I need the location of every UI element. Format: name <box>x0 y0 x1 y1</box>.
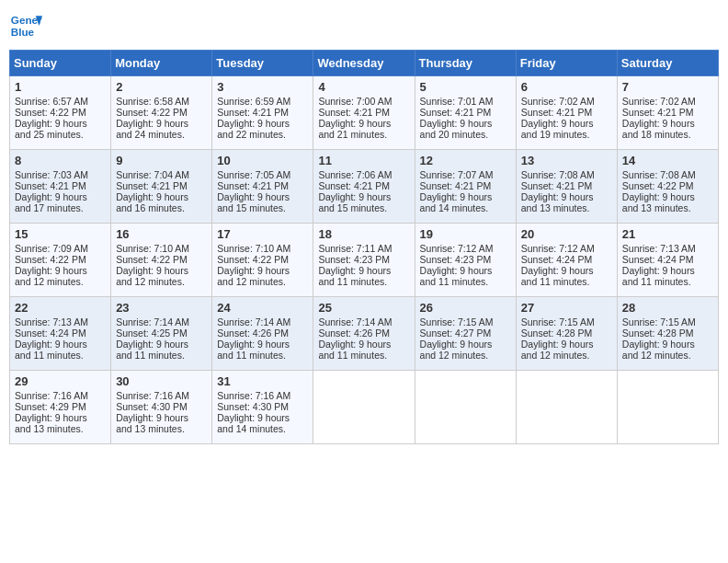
sunset-label: Sunset: 4:22 PM <box>217 254 289 265</box>
sunrise-label: Sunrise: 7:04 AM <box>116 169 189 180</box>
sunset-label: Sunset: 4:21 PM <box>116 180 188 191</box>
daylight-label: Daylight: 9 hours and 12 minutes. <box>420 339 493 361</box>
daylight-label: Daylight: 9 hours and 16 minutes. <box>116 191 188 213</box>
sunset-label: Sunset: 4:24 PM <box>15 327 86 339</box>
daylight-label: Daylight: 9 hours and 12 minutes. <box>116 265 188 287</box>
day-number: 29 <box>15 374 106 388</box>
sunrise-label: Sunrise: 7:16 AM <box>116 390 189 401</box>
sunset-label: Sunset: 4:21 PM <box>217 180 289 191</box>
sunrise-label: Sunrise: 7:15 AM <box>521 316 595 327</box>
sunrise-label: Sunrise: 7:01 AM <box>420 96 494 107</box>
day-number: 14 <box>622 154 713 167</box>
sunset-label: Sunset: 4:21 PM <box>217 107 289 118</box>
calendar-cell <box>617 371 718 444</box>
day-header-friday: Friday <box>516 51 617 76</box>
calendar-cell: 21 Sunrise: 7:13 AM Sunset: 4:24 PM Dayl… <box>617 224 718 297</box>
sunrise-label: Sunrise: 7:00 AM <box>318 96 392 107</box>
day-number: 6 <box>521 80 612 94</box>
calendar-cell: 20 Sunrise: 7:12 AM Sunset: 4:24 PM Dayl… <box>516 224 617 297</box>
sunset-label: Sunset: 4:28 PM <box>622 327 694 339</box>
daylight-label: Daylight: 9 hours and 13 minutes. <box>15 412 87 434</box>
sunrise-label: Sunrise: 7:06 AM <box>318 169 392 180</box>
sunrise-label: Sunrise: 7:16 AM <box>15 390 88 401</box>
calendar-week-row: 22 Sunrise: 7:13 AM Sunset: 4:24 PM Dayl… <box>10 297 719 371</box>
sunrise-label: Sunrise: 7:14 AM <box>116 316 189 327</box>
calendar-cell: 26 Sunrise: 7:15 AM Sunset: 4:27 PM Dayl… <box>415 297 516 371</box>
sunrise-label: Sunrise: 7:08 AM <box>622 169 696 180</box>
sunrise-label: Sunrise: 6:57 AM <box>15 96 88 107</box>
sunset-label: Sunset: 4:22 PM <box>15 254 86 265</box>
calendar-cell: 6 Sunrise: 7:02 AM Sunset: 4:21 PM Dayli… <box>516 76 617 150</box>
day-number: 27 <box>521 301 612 315</box>
sunrise-label: Sunrise: 7:02 AM <box>521 96 595 107</box>
daylight-label: Daylight: 9 hours and 12 minutes. <box>217 265 290 287</box>
calendar-cell: 9 Sunrise: 7:04 AM Sunset: 4:21 PM Dayli… <box>111 150 212 224</box>
calendar-cell: 8 Sunrise: 7:03 AM Sunset: 4:21 PM Dayli… <box>10 150 111 224</box>
calendar-cell: 18 Sunrise: 7:11 AM Sunset: 4:23 PM Dayl… <box>313 224 415 297</box>
sunrise-label: Sunrise: 7:10 AM <box>116 243 189 254</box>
sunset-label: Sunset: 4:22 PM <box>15 107 86 118</box>
calendar-cell: 31 Sunrise: 7:16 AM Sunset: 4:30 PM Dayl… <box>212 371 313 444</box>
daylight-label: Daylight: 9 hours and 19 minutes. <box>521 118 594 140</box>
daylight-label: Daylight: 9 hours and 11 minutes. <box>217 339 290 361</box>
sunset-label: Sunset: 4:26 PM <box>318 327 390 339</box>
sunrise-label: Sunrise: 7:16 AM <box>217 390 290 401</box>
day-number: 10 <box>217 154 308 167</box>
sunrise-label: Sunrise: 7:13 AM <box>15 316 88 327</box>
sunrise-label: Sunrise: 6:59 AM <box>217 96 290 107</box>
day-number: 5 <box>420 80 511 94</box>
day-header-tuesday: Tuesday <box>212 51 313 76</box>
sunrise-label: Sunrise: 7:12 AM <box>420 243 494 254</box>
daylight-label: Daylight: 9 hours and 11 minutes. <box>521 265 594 287</box>
sunset-label: Sunset: 4:22 PM <box>116 107 188 118</box>
logo-icon: General Blue <box>9 9 42 42</box>
calendar-cell <box>313 371 415 444</box>
day-number: 17 <box>217 227 308 241</box>
day-number: 18 <box>318 227 409 241</box>
daylight-label: Daylight: 9 hours and 22 minutes. <box>217 118 290 140</box>
day-header-thursday: Thursday <box>415 51 516 76</box>
calendar-cell: 28 Sunrise: 7:15 AM Sunset: 4:28 PM Dayl… <box>617 297 718 371</box>
calendar-cell <box>516 371 617 444</box>
day-number: 25 <box>318 301 409 315</box>
calendar-cell: 13 Sunrise: 7:08 AM Sunset: 4:21 PM Dayl… <box>516 150 617 224</box>
sunrise-label: Sunrise: 7:13 AM <box>622 243 696 254</box>
sunrise-label: Sunrise: 7:07 AM <box>420 169 494 180</box>
calendar-cell: 24 Sunrise: 7:14 AM Sunset: 4:26 PM Dayl… <box>212 297 313 371</box>
sunset-label: Sunset: 4:21 PM <box>622 107 694 118</box>
day-number: 20 <box>521 227 612 241</box>
daylight-label: Daylight: 9 hours and 15 minutes. <box>318 191 391 213</box>
day-number: 12 <box>420 154 511 167</box>
day-number: 31 <box>217 374 308 388</box>
calendar-week-row: 29 Sunrise: 7:16 AM Sunset: 4:29 PM Dayl… <box>10 371 719 444</box>
logo: General Blue <box>9 9 42 42</box>
day-number: 7 <box>622 80 713 94</box>
sunset-label: Sunset: 4:24 PM <box>622 254 694 265</box>
daylight-label: Daylight: 9 hours and 11 minutes. <box>116 339 188 361</box>
day-number: 3 <box>217 80 308 94</box>
calendar-week-row: 8 Sunrise: 7:03 AM Sunset: 4:21 PM Dayli… <box>10 150 719 224</box>
day-number: 23 <box>116 301 207 315</box>
daylight-label: Daylight: 9 hours and 11 minutes. <box>420 265 493 287</box>
sunrise-label: Sunrise: 7:08 AM <box>521 169 595 180</box>
day-number: 15 <box>15 227 106 241</box>
daylight-label: Daylight: 9 hours and 21 minutes. <box>318 118 391 140</box>
calendar-week-row: 1 Sunrise: 6:57 AM Sunset: 4:22 PM Dayli… <box>10 76 719 150</box>
calendar-cell: 1 Sunrise: 6:57 AM Sunset: 4:22 PM Dayli… <box>10 76 111 150</box>
daylight-label: Daylight: 9 hours and 13 minutes. <box>116 412 188 434</box>
daylight-label: Daylight: 9 hours and 13 minutes. <box>622 191 695 213</box>
day-number: 1 <box>15 80 106 94</box>
sunset-label: Sunset: 4:23 PM <box>318 254 390 265</box>
daylight-label: Daylight: 9 hours and 12 minutes. <box>521 339 594 361</box>
daylight-label: Daylight: 9 hours and 24 minutes. <box>116 118 188 140</box>
sunrise-label: Sunrise: 7:05 AM <box>217 169 290 180</box>
sunset-label: Sunset: 4:30 PM <box>116 401 188 412</box>
calendar-table: SundayMondayTuesdayWednesdayThursdayFrid… <box>9 50 719 444</box>
sunset-label: Sunset: 4:21 PM <box>521 180 593 191</box>
sunset-label: Sunset: 4:26 PM <box>217 327 289 339</box>
daylight-label: Daylight: 9 hours and 18 minutes. <box>622 118 695 140</box>
calendar-cell: 27 Sunrise: 7:15 AM Sunset: 4:28 PM Dayl… <box>516 297 617 371</box>
day-number: 24 <box>217 301 308 315</box>
daylight-label: Daylight: 9 hours and 15 minutes. <box>217 191 290 213</box>
sunrise-label: Sunrise: 7:15 AM <box>420 316 494 327</box>
